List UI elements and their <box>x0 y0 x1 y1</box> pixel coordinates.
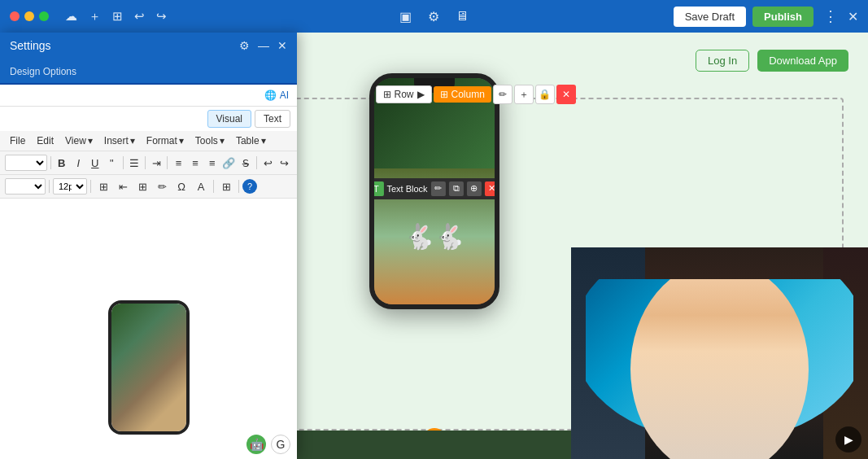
publish-button[interactable]: Publish <box>752 7 813 27</box>
menu-view-arrow: ▾ <box>88 135 93 146</box>
ai-bar: 🌐 AI <box>0 85 297 107</box>
save-draft-button[interactable]: Save Draft <box>674 7 746 27</box>
undo-editor-button[interactable]: ↩ <box>260 154 276 172</box>
toolbar-separator-5 <box>256 156 257 169</box>
italic-button[interactable]: I <box>71 154 86 172</box>
canvas-phone-wrapper: 🐇🐇 T Text Block ✏ ⧉ ⊕ ✕ <box>369 73 499 309</box>
menu-tools[interactable]: Tools ▾ <box>190 133 229 148</box>
toolbar2-separator-4 <box>238 180 239 193</box>
video-person <box>571 247 868 459</box>
menu-tools-arrow: ▾ <box>220 135 225 146</box>
minimize-traffic-light[interactable] <box>24 11 34 21</box>
text-block-toolbar: T Text Block ✏ ⧉ ⊕ ✕ <box>369 178 499 199</box>
settings-design-options-tab[interactable]: Design Options <box>0 59 297 85</box>
desktop-icon[interactable]: 🖥 <box>456 9 469 24</box>
editor-content[interactable]: 🤖 G <box>0 199 297 459</box>
blockquote-button[interactable]: " <box>104 154 120 172</box>
menu-view[interactable]: View ▾ <box>60 133 98 148</box>
strikethrough-button[interactable]: S̶ <box>238 154 254 172</box>
text-block-duplicate-icon[interactable]: ⊕ <box>467 181 482 196</box>
close-column-button[interactable]: ✕ <box>556 85 576 104</box>
toolbar2-separator-3 <box>213 180 214 193</box>
list-style-button[interactable]: ☰ <box>126 154 142 172</box>
align-left-button[interactable]: ≡ <box>171 154 186 172</box>
underline-button[interactable]: U <box>88 154 103 172</box>
ai-globe-icon: 🌐 <box>264 90 277 101</box>
align-center-button[interactable]: ≡ <box>188 154 203 172</box>
text-block-copy-icon[interactable]: ⧉ <box>449 181 464 196</box>
maximize-traffic-light[interactable] <box>39 11 49 21</box>
settings-close-icon[interactable]: ✕ <box>277 39 287 52</box>
phone-mockup: 🐇🐇 T Text Block ✏ ⧉ ⊕ ✕ <box>369 73 499 309</box>
toolbar2-separator-2 <box>90 180 91 193</box>
text-tab[interactable]: Text <box>255 110 290 128</box>
grammar-check-icon[interactable]: G <box>271 435 290 454</box>
indent-decrease-button[interactable]: ⇤ <box>114 177 132 195</box>
editor-toolbar-2: 12pt ⊞ ⇤ ⊞ ✏ Ω A ⊞ ? <box>0 175 297 199</box>
window-close-icon[interactable]: ✕ <box>848 9 858 24</box>
close-traffic-light[interactable] <box>10 11 20 21</box>
add-column-button[interactable]: ＋ <box>514 85 534 104</box>
special-char-button[interactable]: Ω <box>172 177 190 195</box>
text-block-delete-icon[interactable]: ✕ <box>485 181 499 196</box>
text-block-type-icon: T <box>369 181 384 196</box>
format-select[interactable] <box>5 178 46 195</box>
text-block-label: T Text Block <box>369 181 428 196</box>
list-indent-button[interactable]: ⊞ <box>94 177 112 195</box>
menu-file[interactable]: File <box>5 133 30 148</box>
menu-insert[interactable]: Insert ▾ <box>99 133 140 148</box>
align-right-button[interactable]: ≡ <box>204 154 220 172</box>
settings-minimize-icon[interactable]: — <box>258 39 269 52</box>
ai-label: AI <box>280 90 289 101</box>
video-play-button[interactable]: ▶ <box>835 426 861 452</box>
visual-tab[interactable]: Visual <box>207 110 251 128</box>
edit-column-button[interactable]: ✏ <box>493 85 513 104</box>
undo-icon[interactable]: ↩ <box>134 9 145 24</box>
traffic-lights <box>10 11 49 21</box>
visual-text-tabs: Visual Text <box>0 107 297 131</box>
grid-icon[interactable]: ⊞ <box>112 9 123 24</box>
highlight-button[interactable]: ✏ <box>153 177 171 195</box>
help-button[interactable]: ? <box>242 179 257 194</box>
preview-icon[interactable]: ▣ <box>399 9 412 24</box>
font-size-select[interactable]: 12pt <box>53 178 87 195</box>
login-button[interactable]: Log In <box>696 50 749 72</box>
ai-button[interactable]: 🌐 AI <box>264 90 289 101</box>
add-icon[interactable]: ＋ <box>89 9 101 24</box>
settings-icon[interactable]: ⚙ <box>428 9 439 24</box>
cloud-icon[interactable]: ☁ <box>65 9 77 24</box>
main-area: 🌿 PlantPal Log In Download App ⊞ Row ▶ ⊞… <box>0 33 868 459</box>
font-color-button[interactable]: A <box>192 177 210 195</box>
redo-editor-button[interactable]: ↪ <box>277 154 293 172</box>
settings-gear-icon[interactable]: ⚙ <box>239 39 250 52</box>
text-block-edit-icon[interactable]: ✏ <box>431 181 446 196</box>
bold-button[interactable]: B <box>54 154 69 172</box>
menu-edit[interactable]: Edit <box>32 133 59 148</box>
row-selector-button[interactable]: ⊞ Row ▶ <box>376 85 432 103</box>
download-app-button[interactable]: Download App <box>757 50 848 72</box>
more-options-icon[interactable]: ⋮ <box>823 7 838 25</box>
column-selector-icon: ⊞ <box>440 89 448 100</box>
table-button[interactable]: ⊞ <box>217 177 235 195</box>
link-button[interactable]: 🔗 <box>221 154 237 172</box>
ai-assist-icon[interactable]: 🤖 <box>246 435 266 454</box>
toolbar-separator-1 <box>50 156 51 169</box>
settings-title: Settings <box>10 39 51 52</box>
editor-phone-screen <box>111 304 186 431</box>
column-selector-button[interactable]: ⊞ Column <box>434 86 491 103</box>
titlebar: ☁ ＋ ⊞ ↩ ↪ ▣ ⚙ 🖥 Save Draft Publish ⋮ ✕ <box>0 0 868 33</box>
font-family-select[interactable] <box>5 155 47 171</box>
table-insert-button[interactable]: ⊞ <box>133 177 151 195</box>
editor-toolbar-1: B I U " ☰ ⇥ ≡ ≡ ≡ 🔗 S̶ ↩ ↪ <box>0 151 297 175</box>
toolbar-separator-3 <box>145 156 146 169</box>
lock-column-button[interactable]: 🔒 <box>535 85 555 104</box>
redo-icon[interactable]: ↪ <box>156 9 167 24</box>
toolbar-separator-2 <box>123 156 124 169</box>
row-selector-icon: ⊞ <box>383 89 391 100</box>
text-block-text: Text Block <box>386 184 427 194</box>
video-content <box>571 247 868 459</box>
menu-table[interactable]: Table ▾ <box>231 133 271 148</box>
element-toolbar: ⊞ Row ▶ ⊞ Column ✏ ＋ 🔒 ✕ <box>369 81 582 107</box>
indent-button[interactable]: ⇥ <box>149 154 164 172</box>
menu-format[interactable]: Format ▾ <box>142 133 189 148</box>
